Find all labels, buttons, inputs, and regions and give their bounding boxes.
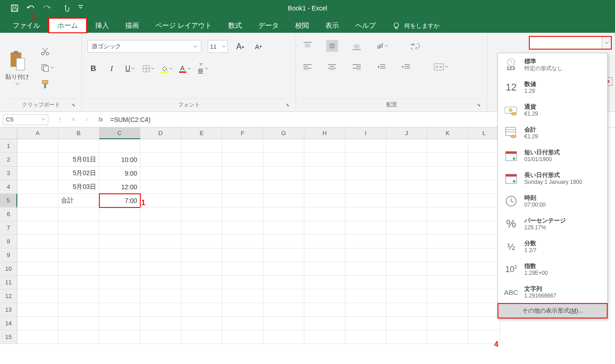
cell-E9[interactable] — [181, 248, 222, 262]
align-middle-icon[interactable] — [326, 40, 338, 52]
cell-G8[interactable] — [263, 235, 304, 248]
qat-customize-icon[interactable] — [78, 5, 86, 12]
cell-C13[interactable] — [99, 303, 140, 317]
formula-options-icon[interactable]: ⋮ — [53, 116, 67, 123]
format-painter-icon[interactable] — [41, 80, 54, 89]
cell-F7[interactable] — [222, 221, 263, 235]
cell-C4[interactable]: 12:00 — [99, 180, 140, 194]
column-header-H[interactable]: H — [304, 127, 345, 139]
cell-H11[interactable] — [304, 276, 345, 289]
column-header-K[interactable]: K — [427, 127, 468, 139]
cell-E4[interactable] — [181, 180, 222, 194]
cell-I5[interactable] — [345, 194, 386, 207]
cell-E15[interactable] — [181, 330, 222, 344]
cell-L12[interactable] — [468, 289, 500, 303]
cell-B13[interactable] — [58, 303, 99, 317]
cell-D8[interactable] — [140, 235, 181, 248]
cell-D10[interactable] — [140, 262, 181, 276]
cell-A15[interactable] — [17, 330, 58, 344]
cell-J8[interactable] — [386, 235, 427, 248]
cell-B6[interactable] — [58, 207, 99, 221]
cell-L3[interactable] — [468, 167, 500, 180]
cell-E2[interactable] — [181, 153, 222, 167]
row-header-2[interactable]: 2 — [0, 153, 17, 167]
column-header-D[interactable]: D — [140, 127, 181, 139]
cell-I9[interactable] — [345, 248, 386, 262]
undo-icon[interactable] — [26, 5, 34, 12]
cell-G10[interactable] — [263, 262, 304, 276]
cell-G1[interactable] — [263, 139, 304, 153]
cell-E12[interactable] — [181, 289, 222, 303]
cell-C9[interactable] — [99, 248, 140, 262]
row-header-4[interactable]: 4 — [0, 180, 17, 194]
cell-E3[interactable] — [181, 167, 222, 180]
cell-L7[interactable] — [468, 221, 500, 235]
cell-E13[interactable] — [181, 303, 222, 317]
cell-L1[interactable] — [468, 139, 500, 153]
number-format-option-4[interactable]: 短い日付形式01/01/1900 — [498, 144, 607, 167]
cell-L2[interactable] — [468, 153, 500, 167]
increase-indent-icon[interactable] — [400, 61, 412, 73]
column-header-I[interactable]: I — [345, 127, 386, 139]
cell-E5[interactable] — [181, 194, 222, 207]
cell-K5[interactable] — [427, 194, 468, 207]
cell-A3[interactable] — [17, 167, 58, 180]
cell-D11[interactable] — [140, 276, 181, 289]
tab-review[interactable]: 校閲 — [287, 19, 317, 33]
tab-pagelayout[interactable]: ページ レイアウト — [147, 19, 220, 33]
cell-K13[interactable] — [427, 303, 468, 317]
phonetic-button[interactable]: ア亜 — [197, 63, 209, 75]
dialog-launcher-icon[interactable]: ⬊ — [477, 102, 481, 107]
cell-K7[interactable] — [427, 221, 468, 235]
underline-button[interactable]: U — [124, 63, 136, 75]
fill-color-button[interactable] — [160, 63, 172, 75]
cell-I13[interactable] — [345, 303, 386, 317]
cell-B3[interactable]: 5月02日 — [58, 167, 99, 180]
cell-H1[interactable] — [304, 139, 345, 153]
tab-draw[interactable]: 描画 — [117, 19, 147, 33]
cell-I12[interactable] — [345, 289, 386, 303]
cell-K6[interactable] — [427, 207, 468, 221]
cell-A10[interactable] — [17, 262, 58, 276]
cell-H7[interactable] — [304, 221, 345, 235]
cell-F6[interactable] — [222, 207, 263, 221]
cell-G6[interactable] — [263, 207, 304, 221]
cell-H10[interactable] — [304, 262, 345, 276]
decrease-indent-icon[interactable] — [375, 61, 387, 73]
fx-icon[interactable]: fx — [94, 116, 108, 123]
tab-formulas[interactable]: 数式 — [220, 19, 250, 33]
cell-A14[interactable] — [17, 317, 58, 330]
number-format-option-2[interactable]: 通貨€1.29 — [498, 99, 607, 121]
cell-H14[interactable] — [304, 317, 345, 330]
cell-J1[interactable] — [386, 139, 427, 153]
cell-E14[interactable] — [181, 317, 222, 330]
cell-F1[interactable] — [222, 139, 263, 153]
cell-L10[interactable] — [468, 262, 500, 276]
cell-D4[interactable] — [140, 180, 181, 194]
save-icon[interactable] — [11, 5, 18, 12]
orientation-icon[interactable]: ab — [375, 40, 388, 52]
decrease-font-icon[interactable]: A▾ — [252, 40, 264, 52]
cell-G9[interactable] — [263, 248, 304, 262]
cell-D1[interactable] — [140, 139, 181, 153]
cell-B5[interactable]: 合計 — [58, 194, 99, 207]
cell-I14[interactable] — [345, 317, 386, 330]
cell-H13[interactable] — [304, 303, 345, 317]
cell-C11[interactable] — [99, 276, 140, 289]
cell-H8[interactable] — [304, 235, 345, 248]
tab-home[interactable]: ホーム — [48, 18, 87, 33]
font-size-select[interactable]: 11 — [208, 40, 228, 53]
cell-A9[interactable] — [17, 248, 58, 262]
cell-L4[interactable] — [468, 180, 500, 194]
cell-E10[interactable] — [181, 262, 222, 276]
font-color-button[interactable]: A — [179, 63, 190, 75]
cell-G3[interactable] — [263, 167, 304, 180]
merge-center-icon[interactable] — [434, 61, 448, 73]
cell-G4[interactable] — [263, 180, 304, 194]
cell-H5[interactable] — [304, 194, 345, 207]
cell-I6[interactable] — [345, 207, 386, 221]
select-all-corner[interactable] — [0, 127, 17, 139]
cell-B14[interactable] — [58, 317, 99, 330]
cell-F13[interactable] — [222, 303, 263, 317]
cell-D6[interactable] — [140, 207, 181, 221]
